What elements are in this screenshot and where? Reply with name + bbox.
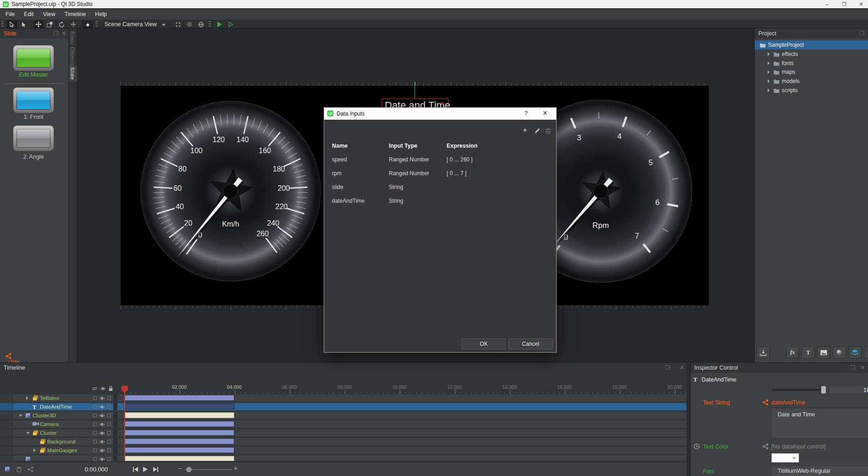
- shy-toggle[interactable]: [93, 422, 97, 426]
- table-row[interactable]: dateAndTimeString: [324, 198, 556, 205]
- expand-icon[interactable]: [768, 61, 770, 65]
- wireframe-toggle-icon[interactable]: [196, 21, 206, 28]
- row-handle-cell[interactable]: [0, 429, 13, 437]
- help-button[interactable]: ?: [521, 110, 531, 116]
- timeline-row-maingauges[interactable]: MainGauges: [0, 447, 686, 454]
- text-string-input[interactable]: Date and Time: [771, 408, 868, 439]
- timeline-row-cluster[interactable]: Cluster: [0, 429, 686, 437]
- row-handle-cell[interactable]: [0, 394, 13, 402]
- item-move-tool-icon[interactable]: [68, 21, 78, 28]
- visible-column-icon[interactable]: [100, 387, 106, 391]
- shy-toggle[interactable]: [93, 414, 97, 417]
- visible-toggle[interactable]: [99, 396, 105, 400]
- time-bar[interactable]: [125, 456, 234, 461]
- lock-column-icon[interactable]: [109, 386, 113, 391]
- tab-basic-objects[interactable]: Basic Objects: [70, 31, 75, 66]
- zoom-out-icon[interactable]: −: [178, 465, 182, 472]
- row-handle-cell[interactable]: [0, 421, 13, 428]
- splitter[interactable]: [113, 438, 117, 445]
- add-datainput-icon[interactable]: +: [523, 126, 527, 135]
- close-button[interactable]: ✕: [541, 110, 550, 116]
- datainput-icon[interactable]: [763, 443, 768, 449]
- close-button[interactable]: ✕: [854, 0, 868, 9]
- zoom-in-icon[interactable]: +: [234, 465, 238, 472]
- splitter[interactable]: [113, 403, 117, 410]
- datainput-icon[interactable]: [763, 399, 768, 405]
- slider-handle[interactable]: [821, 386, 826, 393]
- animation-clock-icon[interactable]: [694, 443, 700, 449]
- fit-selected-icon[interactable]: [173, 21, 183, 28]
- collapse-icon[interactable]: [26, 432, 30, 434]
- project-root-row[interactable]: SampleProject: [755, 40, 868, 50]
- table-row[interactable]: rpmRanged Number[ 0 ... 7 ]: [324, 170, 556, 177]
- time-bar[interactable]: [125, 438, 234, 444]
- row-handle-cell[interactable]: [0, 403, 13, 410]
- rotate-tool-icon[interactable]: [56, 21, 66, 28]
- time-bar[interactable]: [125, 395, 234, 401]
- library-material-icon[interactable]: [833, 346, 846, 359]
- text-string-control[interactable]: dateAndTime: [771, 399, 805, 406]
- library-text-icon[interactable]: T: [802, 346, 815, 359]
- visible-toggle[interactable]: [99, 457, 105, 461]
- timeline-row-telltales[interactable]: Telltales: [0, 394, 686, 402]
- expand-icon[interactable]: [768, 89, 770, 92]
- row-handle-cell[interactable]: [0, 455, 13, 461]
- expand-icon[interactable]: [768, 79, 770, 83]
- float-panel-icon[interactable]: ❐: [53, 28, 58, 39]
- visible-toggle[interactable]: [99, 414, 105, 418]
- expand-icon[interactable]: [33, 448, 36, 452]
- time-bar[interactable]: [125, 447, 234, 453]
- library-import-icon[interactable]: [757, 346, 770, 359]
- timeline-row-dateandtime[interactable]: TDateAndTime: [0, 403, 686, 410]
- minimize-button[interactable]: –: [820, 0, 834, 9]
- splitter[interactable]: [113, 421, 117, 428]
- shading-toggle-icon[interactable]: [184, 21, 194, 28]
- library-effect-icon[interactable]: fx: [786, 346, 799, 359]
- row-handle-cell[interactable]: [0, 447, 13, 454]
- project-folder-maps[interactable]: maps: [755, 67, 868, 77]
- row-handle-cell[interactable]: [0, 438, 13, 445]
- lock-toggle[interactable]: [107, 431, 111, 435]
- time-bar[interactable]: [125, 421, 234, 427]
- tab-slide[interactable]: Slide: [69, 66, 77, 82]
- close-panel-icon[interactable]: ✕: [61, 28, 66, 39]
- dialog-titlebar[interactable]: Qt Data Inputs ? ✕: [324, 108, 556, 120]
- splitter[interactable]: [113, 455, 117, 461]
- float-panel-icon[interactable]: ❐: [859, 28, 864, 39]
- close-panel-icon[interactable]: ✕: [680, 363, 684, 373]
- group-select-tool-icon[interactable]: [19, 21, 29, 28]
- ok-button[interactable]: OK: [462, 338, 506, 349]
- shy-toggle[interactable]: [93, 431, 97, 435]
- expand-icon[interactable]: [768, 70, 770, 74]
- camera-view-select[interactable]: Scene Camera View: [101, 20, 168, 28]
- time-bar[interactable]: [125, 430, 234, 436]
- visible-toggle[interactable]: [99, 440, 105, 444]
- splitter[interactable]: [113, 429, 117, 437]
- library-behavior-icon[interactable]: [864, 346, 868, 359]
- timeline-row-camera[interactable]: Camera: [0, 421, 686, 428]
- lock-toggle[interactable]: [107, 457, 111, 461]
- shy-toggle[interactable]: [93, 440, 97, 443]
- visible-toggle[interactable]: [99, 422, 105, 426]
- project-folder-scripts[interactable]: scripts: [755, 86, 868, 95]
- float-panel-icon[interactable]: ❐: [665, 363, 670, 373]
- shy-toggle[interactable]: [93, 405, 97, 409]
- local-global-toggle-icon[interactable]: ◆: [83, 21, 93, 28]
- splitter[interactable]: [113, 447, 117, 454]
- lock-toggle[interactable]: [107, 396, 111, 400]
- toolbar-grip[interactable]: [1, 21, 4, 28]
- library-layer-icon[interactable]: [848, 346, 862, 359]
- table-row[interactable]: speedRanged Number[ 0 ... 260 ]: [324, 156, 556, 164]
- splitter[interactable]: [113, 412, 117, 419]
- library-image-icon[interactable]: [817, 346, 830, 359]
- maximize-button[interactable]: ❐: [837, 0, 851, 9]
- toolbar-grip-3[interactable]: [209, 21, 211, 28]
- row-handle-cell[interactable]: [0, 412, 13, 419]
- skip-to-end-icon[interactable]: [153, 467, 158, 472]
- project-folder-models[interactable]: models: [755, 77, 868, 86]
- menu-edit[interactable]: Edit: [19, 9, 39, 20]
- shy-toggle[interactable]: [93, 396, 97, 400]
- lock-toggle[interactable]: [107, 422, 111, 426]
- datainput-icon[interactable]: [28, 466, 33, 472]
- zoom-slider-handle[interactable]: [186, 467, 192, 472]
